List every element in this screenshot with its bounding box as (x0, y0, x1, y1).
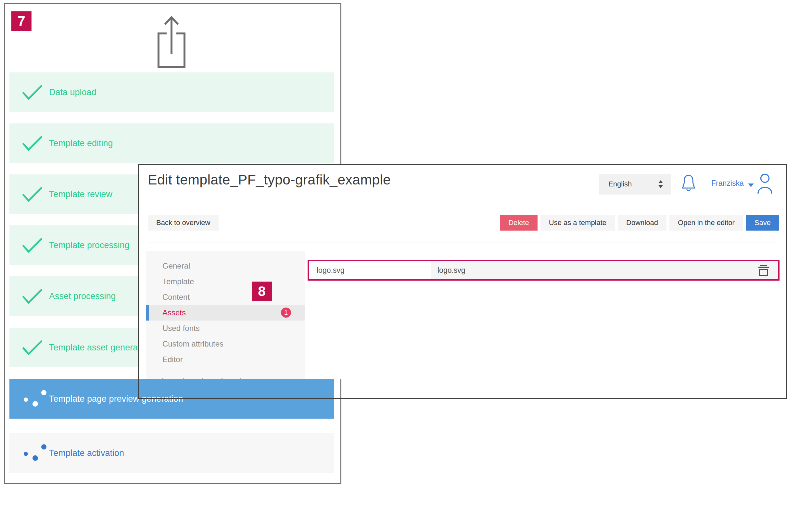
back-to-overview-button[interactable]: Back to overview (148, 215, 219, 231)
assets-count-badge: 1 (281, 308, 291, 318)
delete-button[interactable]: Delete (500, 215, 538, 231)
check-icon (22, 238, 45, 253)
active-item-bar (146, 305, 149, 321)
check-icon (22, 136, 45, 151)
language-select[interactable]: English (599, 174, 671, 194)
page-title: Edit template_PF_typo-grafik_example (148, 172, 391, 188)
language-select-value: English (608, 180, 632, 188)
dialog-sidebar: General Template Content Assets 1 Used f… (146, 251, 305, 382)
step-label: Template review (49, 174, 112, 214)
toolbar-buttons: Delete Use as a template Download Open i… (500, 215, 779, 231)
header-divider (148, 204, 777, 204)
download-button[interactable]: Download (618, 215, 667, 231)
step-label: Template processing (49, 225, 130, 265)
open-in-editor-button[interactable]: Open in the editor (669, 215, 743, 231)
upload-icon (155, 13, 188, 70)
asset-row: logo.svg (308, 260, 780, 281)
check-icon (22, 340, 45, 356)
step-label: Asset processing (49, 276, 116, 316)
status-step: Template activation (10, 433, 334, 473)
edit-template-dialog: Edit template_PF_typo-grafik_example Eng… (138, 164, 787, 399)
use-as-template-button[interactable]: Use as a template (540, 215, 615, 231)
caret-down-icon[interactable] (748, 183, 754, 187)
sidebar-item-general[interactable]: General (146, 258, 305, 274)
sidebar-item-custom-attributes[interactable]: Custom attributes (146, 336, 305, 352)
toolbar-divider (148, 242, 777, 243)
check-icon (22, 187, 45, 202)
sidebar-item-assets[interactable]: Assets 1 (146, 305, 305, 321)
sidebar-item-editor[interactable]: Editor (146, 352, 305, 367)
sort-arrows-icon (658, 180, 663, 189)
asset-file-name: logo.svg (437, 266, 465, 275)
step-label: Template page preview generation (49, 379, 183, 419)
user-name[interactable]: Franziska (711, 179, 744, 188)
step-label: Template activation (49, 433, 124, 473)
bell-icon[interactable] (682, 174, 695, 193)
status-step: Template editing (10, 123, 334, 163)
step-label: Data upload (49, 72, 97, 112)
asset-name-input[interactable] (309, 261, 431, 279)
callout-badge-8: 8 (252, 282, 272, 301)
step-label: Template editing (49, 123, 113, 163)
sidebar-item-used-fonts[interactable]: Used fonts (146, 321, 305, 336)
archive-icon[interactable] (757, 265, 770, 276)
loading-dots-icon (19, 379, 52, 419)
check-icon (22, 289, 45, 304)
status-step: Data upload (10, 72, 334, 112)
loading-dots-icon (19, 433, 52, 473)
person-icon[interactable] (756, 173, 773, 194)
callout-badge-7: 7 (11, 11, 31, 31)
status-step-active: Template page preview generation (10, 379, 334, 419)
sidebar-item-template[interactable]: Template (146, 274, 305, 289)
sidebar-item-content[interactable]: Content (146, 289, 305, 305)
check-icon (22, 85, 45, 100)
sidebar-item-label: Assets (162, 308, 186, 317)
save-button[interactable]: Save (746, 215, 779, 231)
active-step-overlay-band: Template page preview generation (5, 379, 342, 419)
step-label: Template asset generation (49, 328, 152, 367)
screenshot-canvas: { "callouts": { "step_7": "7", "step_8":… (0, 0, 812, 531)
